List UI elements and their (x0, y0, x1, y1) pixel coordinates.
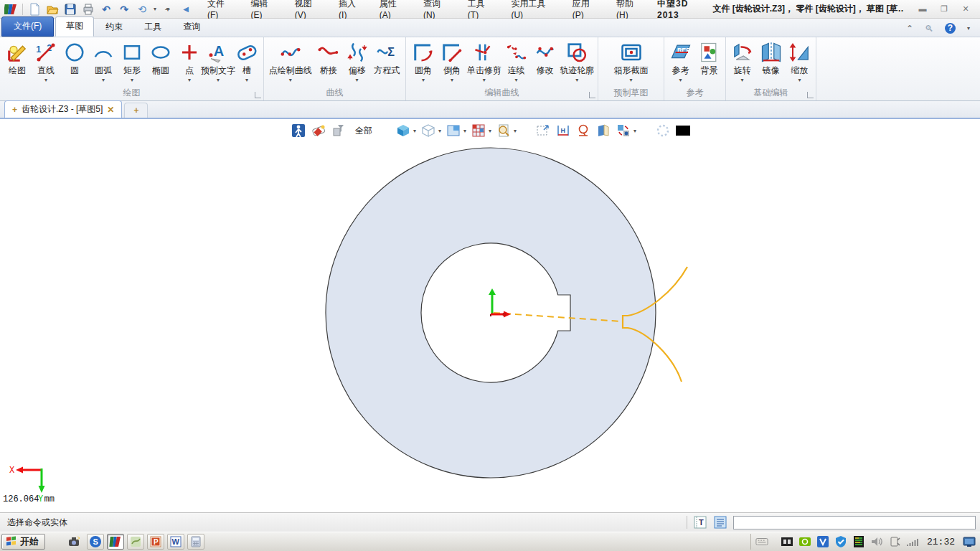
tab-file[interactable]: 文件(F) (1, 17, 54, 37)
dropdown-arrow-icon[interactable]: ▾ (413, 128, 416, 134)
view-rotate-dropdown-icon[interactable]: ▾ (154, 6, 156, 13)
dropdown-arrow-icon[interactable]: ▾ (679, 77, 682, 84)
eraser-icon[interactable] (311, 123, 326, 138)
message-log-icon[interactable] (713, 516, 727, 529)
dropdown-arrow-icon[interactable]: ▾ (629, 77, 632, 84)
ribbon-button-offset[interactable]: 偏移▾ (343, 39, 372, 85)
ribbon-button-rectangle[interactable]: 矩形▾ (118, 39, 146, 85)
search-icon[interactable]: 🔍︎ (925, 24, 933, 34)
dropdown-arrow-icon[interactable]: ▾ (131, 77, 133, 84)
ribbon-button-slot[interactable]: 槽▾ (232, 39, 261, 85)
ribbon-button-trace-profile[interactable]: 轨迹轮廓▾ (560, 39, 595, 85)
ribbon-button-fillet[interactable]: 圆角▾ (409, 39, 438, 85)
viewport-layout-icon[interactable] (446, 123, 461, 138)
tray-zw-updater-icon[interactable] (816, 535, 829, 548)
tab-constraint[interactable]: 约束 (95, 18, 133, 37)
ribbon-button-circle[interactable]: 圆 (60, 39, 89, 85)
reorient-sketch-icon[interactable] (616, 123, 631, 138)
group-expander-icon[interactable] (589, 92, 595, 98)
tray-security-shield-icon[interactable] (834, 535, 847, 548)
redo-icon[interactable]: ↷ (118, 3, 131, 16)
tray-volume-icon[interactable] (870, 535, 883, 548)
view-rotate-icon[interactable]: ⟲ (136, 3, 149, 16)
minimize-button[interactable]: ▬ (917, 4, 928, 14)
tray-led-grid-icon[interactable] (852, 535, 865, 548)
quicklaunch-calculator-icon[interactable] (187, 534, 204, 550)
ribbon-button-continue[interactable]: 连续▾ (502, 39, 531, 85)
ribbon-button-box-section[interactable]: 箱形截面▾ (611, 39, 652, 85)
ribbon-button-bridge[interactable]: 桥接 (314, 39, 343, 85)
show-desktop-icon[interactable] (963, 535, 976, 548)
dropdown-arrow-icon[interactable]: ▾ (289, 77, 292, 84)
tray-power-plug-icon[interactable] (888, 535, 901, 548)
ribbon-button-reference[interactable]: REF 参考▾ (666, 39, 695, 85)
exit-sketch-icon[interactable] (291, 123, 306, 138)
dropdown-arrow-icon[interactable]: ▾ (451, 77, 453, 84)
quicklaunch-notes-icon[interactable] (127, 534, 144, 550)
color-swatch-black[interactable] (675, 123, 691, 138)
quicklaunch-zw3d-icon[interactable] (107, 534, 124, 550)
ribbon-button-modify[interactable]: 修改 (531, 39, 560, 85)
zoom-extents-icon[interactable] (535, 123, 551, 138)
tray-media-icon[interactable] (781, 535, 793, 548)
print-icon[interactable] (82, 3, 95, 16)
dropdown-arrow-icon[interactable]: ▾ (422, 77, 425, 84)
keyboard-layout-icon[interactable] (755, 535, 768, 548)
dropdown-arrow-icon[interactable]: ▾ (356, 77, 359, 84)
dropdown-arrow-icon[interactable]: ▾ (489, 128, 491, 134)
dropdown-arrow-icon[interactable]: ▾ (575, 77, 578, 84)
dropdown-arrow-icon[interactable]: ▾ (44, 77, 47, 84)
dropdown-arrow-icon[interactable]: ▾ (514, 77, 517, 84)
new-file-icon[interactable] (28, 3, 41, 16)
help-icon[interactable]: ? (945, 23, 956, 34)
text-panel-toggle-icon[interactable]: T (693, 516, 707, 529)
ribbon-button-chamfer[interactable]: 倒角▾ (438, 39, 466, 85)
shaded-display-icon[interactable] (395, 123, 411, 138)
dropdown-arrow-icon[interactable]: ▾ (438, 128, 441, 134)
dropdown-arrow-icon[interactable]: ▾ (740, 77, 743, 84)
ribbon-button-background[interactable]: 背景 (695, 39, 724, 85)
dropdown-arrow-icon[interactable]: ▾ (798, 77, 801, 84)
tray-network-signal-icon[interactable] (906, 535, 919, 548)
customize-toolbar-icon[interactable]: ▾̶ (161, 3, 174, 16)
undo-icon[interactable]: ↶ (100, 3, 113, 16)
save-icon[interactable] (64, 3, 77, 16)
quicklaunch-browser-icon[interactable]: S (87, 534, 104, 550)
doc-tab-close-icon[interactable]: ✕ (107, 105, 114, 115)
ribbon-button-mirror[interactable]: 镜像 (757, 39, 786, 85)
ribbon-button-ready-text[interactable]: A 预制文字▾ (204, 39, 232, 85)
help-dropdown-icon[interactable]: ▾ (967, 25, 970, 32)
command-input[interactable] (733, 516, 976, 529)
ribbon-button-arc[interactable]: 圆弧▾ (89, 39, 118, 85)
ribbon-button-point[interactable]: 点▾ (175, 39, 204, 85)
ribbon-button-rotate[interactable]: 旋转▾ (728, 39, 757, 85)
dropdown-arrow-icon[interactable]: ▾ (463, 128, 466, 134)
ribbon-button-equation[interactable]: Σ 方程式 (372, 39, 402, 85)
dropdown-arrow-icon[interactable]: ▾ (217, 77, 220, 84)
ribbon-button-draw[interactable]: 绘图 (3, 39, 32, 85)
quicklaunch-powerpoint-icon[interactable]: P (147, 534, 164, 550)
filter-all-dropdown[interactable]: 全部 (351, 125, 377, 137)
restore-button[interactable]: ❐ (938, 4, 950, 14)
dropdown-arrow-icon[interactable]: ▾ (102, 77, 105, 84)
screen-capture-tool-icon[interactable] (65, 534, 84, 550)
zoom-page-icon[interactable] (496, 123, 512, 138)
grid-pattern-icon[interactable] (471, 123, 486, 138)
collapse-ribbon-icon[interactable]: ⌃ (906, 24, 913, 34)
collapse-toolbar-icon[interactable]: ◀ (179, 3, 192, 16)
dropdown-arrow-icon[interactable]: ▾ (633, 128, 636, 134)
tab-sketch[interactable]: 草图 (55, 17, 94, 37)
ribbon-button-ellipse[interactable]: 椭圆 (146, 39, 175, 85)
close-button[interactable]: ✕ (960, 4, 971, 14)
tab-tools[interactable]: 工具 (134, 18, 171, 37)
quicklaunch-word-icon[interactable]: W (167, 534, 184, 550)
document-tab-active[interactable]: + 齿轮设计.Z3 - [草图5] ✕ (4, 100, 122, 118)
plane-swap-icon[interactable] (595, 123, 611, 138)
dropdown-arrow-icon[interactable]: ▾ (483, 77, 486, 84)
ribbon-button-scale[interactable]: 缩放▾ (786, 39, 814, 85)
start-button[interactable]: 开始 (1, 534, 45, 550)
horizontal-dimension-icon[interactable]: H (555, 123, 571, 138)
dropdown-arrow-icon[interactable]: ▾ (245, 77, 248, 84)
wireframe-display-icon[interactable] (420, 123, 436, 138)
tab-inquire[interactable]: 查询 (173, 18, 210, 37)
